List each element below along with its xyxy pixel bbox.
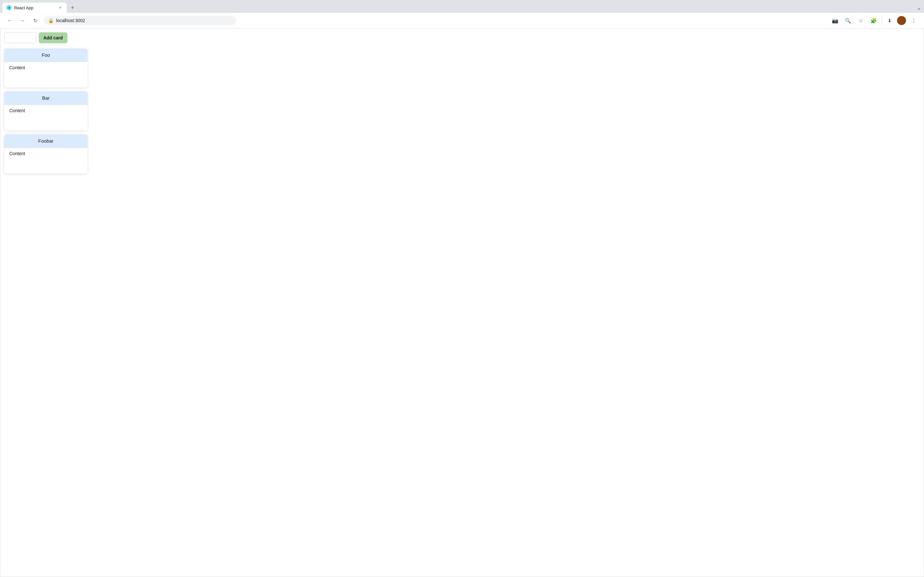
tab-close-button[interactable]: ×: [58, 5, 63, 10]
star-icon: ☆: [859, 18, 863, 24]
extensions-icon: 🧩: [871, 18, 877, 24]
reload-button[interactable]: ↻: [31, 16, 40, 25]
zoom-icon: 🔍: [845, 18, 851, 24]
extensions-button[interactable]: 🧩: [869, 15, 879, 26]
tab-favicon: ⚛: [6, 5, 11, 10]
card-body-foobar: Content: [4, 148, 87, 173]
menu-button[interactable]: ⋮: [909, 15, 919, 26]
browser-chrome: ⚛ React App × + ⌄ ← → ↻ 🔒 localhost:3002…: [0, 0, 924, 28]
forward-button[interactable]: →: [18, 16, 27, 25]
card-body-bar: Content: [4, 105, 87, 131]
card-header-foobar: Foobar: [4, 134, 87, 148]
zoom-button[interactable]: 🔍: [843, 15, 853, 26]
tab-bar-right: ⌄: [917, 4, 921, 11]
card-header-bar: Bar: [4, 91, 87, 105]
download-button[interactable]: ⬇: [884, 15, 895, 26]
toolbar-divider: [881, 17, 882, 24]
top-toolbar: Add card: [4, 32, 920, 43]
menu-icon: ⋮: [911, 18, 916, 24]
tab-menu-icon[interactable]: ⌄: [917, 4, 921, 11]
tab-bar: ⚛ React App × + ⌄: [0, 0, 924, 13]
back-button[interactable]: ←: [5, 16, 14, 25]
lock-icon: 🔒: [48, 18, 53, 23]
card-name-input[interactable]: [4, 32, 36, 43]
add-card-button[interactable]: Add card: [39, 32, 67, 43]
card-bar: BarContent: [4, 91, 87, 131]
avatar[interactable]: [897, 16, 906, 25]
card-foo: FooContent: [4, 48, 87, 87]
bookmark-button[interactable]: ☆: [856, 15, 866, 26]
screenshot-icon: 📷: [832, 18, 838, 24]
url-bar[interactable]: 🔒 localhost:3002: [44, 16, 236, 25]
card-body-foo: Content: [4, 62, 87, 87]
page-content: Add card FooContentBarContentFoobarConte…: [0, 28, 924, 577]
screenshot-button[interactable]: 📷: [830, 15, 840, 26]
new-tab-button[interactable]: +: [68, 3, 77, 12]
address-bar: ← → ↻ 🔒 localhost:3002 📷 🔍 ☆ 🧩 ⬇: [0, 13, 924, 28]
url-text: localhost:3002: [56, 18, 85, 23]
card-foobar: FoobarContent: [4, 134, 87, 173]
download-icon: ⬇: [887, 18, 892, 24]
cards-container: FooContentBarContentFoobarContent: [4, 48, 87, 173]
card-header-foo: Foo: [4, 48, 87, 62]
active-tab[interactable]: ⚛ React App ×: [3, 3, 67, 13]
toolbar-right: 📷 🔍 ☆ 🧩 ⬇ ⋮: [830, 15, 919, 26]
tab-title: React App: [14, 5, 55, 10]
